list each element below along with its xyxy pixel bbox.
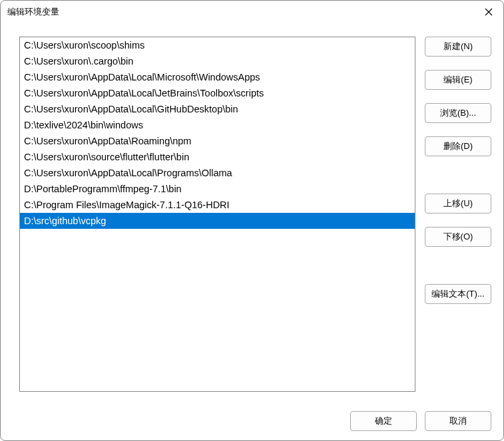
ok-button[interactable]: 确定 — [350, 411, 417, 431]
list-item[interactable]: C:\Users\xuron\AppData\Local\GitHubDeskt… — [20, 101, 415, 117]
list-item[interactable]: D:\PortableProgramm\ffmpeg-7.1\bin — [20, 181, 415, 197]
list-item[interactable]: C:\Users\xuron\AppData\Local\Programs\Ol… — [20, 165, 415, 181]
titlebar: 编辑环境变量 — [1, 1, 503, 22]
path-listbox[interactable]: C:\Users\xuron\scoop\shimsC:\Users\xuron… — [19, 37, 415, 392]
cancel-button[interactable]: 取消 — [425, 411, 491, 431]
list-item[interactable]: C:\Users\xuron\AppData\Roaming\npm — [20, 133, 415, 149]
move-up-button[interactable]: 上移(U) — [425, 194, 491, 214]
list-item[interactable]: C:\Users\xuron\.cargo\bin — [20, 53, 415, 69]
list-item[interactable]: C:\Users\xuron\AppData\Local\JetBrains\T… — [20, 85, 415, 101]
side-button-panel: 新建(N) 编辑(E) 浏览(B)... 删除(D) 上移(U) 下移(O) 编… — [425, 37, 491, 399]
close-button[interactable] — [478, 3, 499, 21]
close-icon — [485, 8, 493, 16]
dialog-title: 编辑环境变量 — [7, 6, 59, 18]
list-item[interactable]: D:\src\github\vcpkg — [20, 213, 415, 229]
list-item[interactable]: C:\Users\xuron\scoop\shims — [20, 37, 415, 53]
browse-button[interactable]: 浏览(B)... — [425, 103, 491, 123]
dialog-content: C:\Users\xuron\scoop\shimsC:\Users\xuron… — [1, 22, 503, 406]
list-item[interactable]: C:\Program Files\ImageMagick-7.1.1-Q16-H… — [20, 197, 415, 213]
dialog-footer: 确定 取消 — [1, 406, 503, 440]
move-down-button[interactable]: 下移(O) — [425, 227, 491, 247]
edit-button[interactable]: 编辑(E) — [425, 70, 491, 90]
new-button[interactable]: 新建(N) — [425, 37, 491, 57]
edit-env-var-dialog: 编辑环境变量 C:\Users\xuron\scoop\shimsC:\User… — [0, 0, 504, 441]
list-item[interactable]: C:\Users\xuron\AppData\Local\Microsoft\W… — [20, 69, 415, 85]
list-item[interactable]: C:\Users\xuron\source\flutter\flutter\bi… — [20, 149, 415, 165]
edit-text-button[interactable]: 编辑文本(T)... — [425, 284, 491, 304]
list-item[interactable]: D:\texlive\2024\bin\windows — [20, 117, 415, 133]
delete-button[interactable]: 删除(D) — [425, 136, 491, 156]
